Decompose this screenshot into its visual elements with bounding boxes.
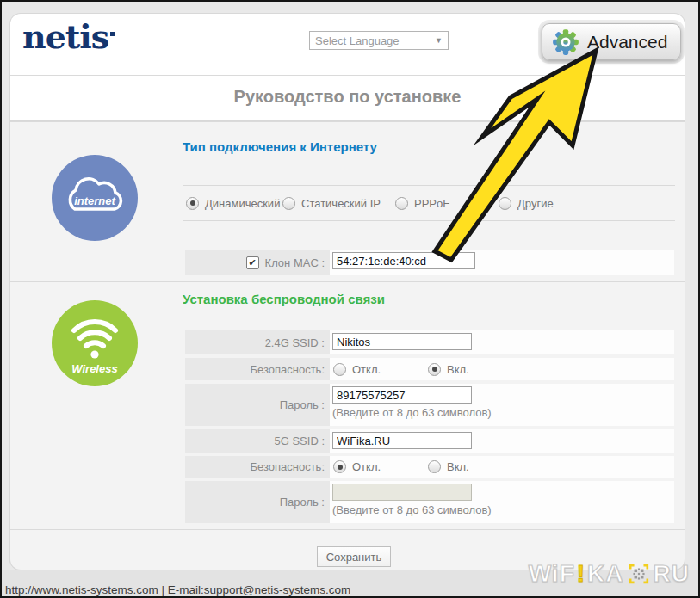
page-title: Руководство по установке — [10, 87, 685, 107]
checkmark-icon: ✔ — [248, 258, 256, 268]
watermark-text: RU — [654, 560, 690, 588]
ssid5-label: 5G SSID : — [185, 429, 330, 453]
mac-clone-value-cell — [330, 250, 674, 275]
password24-value-cell: (Введите от 8 до 63 символов) — [330, 384, 674, 426]
security24-label: Безопасность: — [185, 358, 330, 380]
wireless-wifi-icon: Wireless — [52, 300, 138, 386]
radio-icon — [282, 197, 295, 210]
netis-logo-text: netis — [22, 17, 108, 56]
gear-icon — [551, 28, 580, 57]
radio-static-ip[interactable]: Статический IP — [282, 186, 381, 220]
password5-value-cell: (Введите от 8 до 63 символов) — [330, 481, 674, 523]
security24-value-cell: Откл. Вкл. — [330, 358, 674, 380]
radio-label: Вкл. — [447, 460, 469, 473]
wifika-watermark: WiF!KA RU — [529, 560, 690, 588]
ssid24-input[interactable] — [332, 333, 472, 350]
radio-icon — [499, 197, 511, 210]
radio-other[interactable]: Другие — [499, 186, 554, 220]
qr-code-icon — [629, 564, 649, 584]
dropdown-arrow-icon: ▼ — [435, 36, 443, 45]
password24-row: Пароль : (Введите от 8 до 63 символов) — [185, 384, 674, 426]
password24-hint: (Введите от 8 до 63 символов) — [332, 406, 674, 419]
mac-address-input[interactable] — [332, 252, 475, 269]
password24-input[interactable] — [332, 386, 472, 404]
advanced-button[interactable]: Advanced — [542, 23, 681, 60]
connection-type-row: Динамический IP Статический IP PPPoE Дру… — [183, 185, 675, 221]
radio-icon — [333, 363, 346, 376]
watermark-exclamation: ! — [577, 560, 585, 588]
radio-icon — [395, 197, 408, 210]
security24-row: Безопасность: Откл. Вкл. — [185, 358, 674, 380]
radio-label: Вкл. — [447, 363, 469, 376]
save-button[interactable]: Сохранить — [317, 546, 391, 567]
password5-input[interactable] — [332, 484, 472, 501]
radio-icon — [186, 197, 199, 210]
section-divider — [10, 281, 685, 282]
password5-row: Пароль : (Введите от 8 до 63 символов) — [185, 481, 674, 523]
radio-label: Динамический IP — [205, 197, 294, 210]
radio-pppoe[interactable]: PPPoE — [395, 186, 450, 220]
security5-label: Безопасность: — [185, 456, 330, 478]
wireless-heading: Установка беспроводной связи — [183, 292, 385, 306]
password5-hint: (Введите от 8 до 63 символов) — [332, 503, 674, 516]
advanced-button-label: Advanced — [587, 32, 667, 52]
netis-logo: netis — [22, 21, 115, 53]
security5-off-radio[interactable]: Откл. — [333, 456, 381, 478]
security5-on-radio[interactable]: Вкл. — [428, 456, 469, 478]
radio-label: Статический IP — [301, 197, 381, 210]
language-select-value: Select Language — [315, 34, 400, 47]
internet-badge-label: internet — [74, 194, 115, 207]
radio-icon — [333, 460, 346, 473]
mac-clone-checkbox[interactable]: ✔ — [246, 256, 259, 269]
ssid24-label: 2.4G SSID : — [185, 330, 330, 354]
ssid5-row: 5G SSID : — [185, 429, 674, 453]
wireless-badge-label: Wireless — [71, 362, 117, 375]
mac-clone-row: ✔ Клон MAC : — [185, 250, 674, 275]
security24-off-radio[interactable]: Откл. — [333, 358, 381, 380]
netis-setup-page: netis Select Language ▼ Advanced Руков — [0, 0, 700, 598]
internet-heading: Тип подключения к Интернету — [183, 139, 377, 154]
watermark-text: KA — [587, 560, 623, 588]
security5-value-cell: Откл. Вкл. — [330, 456, 674, 478]
radio-dynamic-ip[interactable]: Динамический IP — [186, 186, 294, 220]
footer-contact-text: http://www.netis-systems.com | E-mail:su… — [5, 583, 350, 596]
footer-divider — [10, 529, 685, 530]
mac-clone-label: Клон MAC : — [265, 256, 325, 269]
ssid5-input[interactable] — [332, 432, 472, 449]
security24-on-radio[interactable]: Вкл. — [428, 358, 469, 380]
radio-label: PPPoE — [414, 197, 450, 210]
ssid24-row: 2.4G SSID : — [185, 330, 674, 354]
security5-row: Безопасность: Откл. Вкл. — [185, 456, 674, 478]
password5-label: Пароль : — [185, 481, 330, 523]
radio-label: Откл. — [352, 460, 381, 473]
radio-label: Откл. — [352, 363, 381, 376]
ssid24-value-cell — [330, 330, 674, 354]
radio-icon — [428, 460, 441, 473]
internet-cloud-icon: internet — [52, 155, 138, 241]
registered-mark-icon — [110, 32, 115, 36]
mac-clone-label-cell: ✔ Клон MAC : — [185, 250, 330, 275]
password24-label: Пароль : — [185, 384, 330, 426]
header-divider — [10, 75, 685, 76]
language-select[interactable]: Select Language ▼ — [309, 31, 449, 50]
radio-icon — [428, 363, 441, 376]
watermark-text: WiF — [529, 560, 575, 588]
ssid5-value-cell — [330, 429, 674, 453]
radio-label: Другие — [517, 197, 554, 210]
